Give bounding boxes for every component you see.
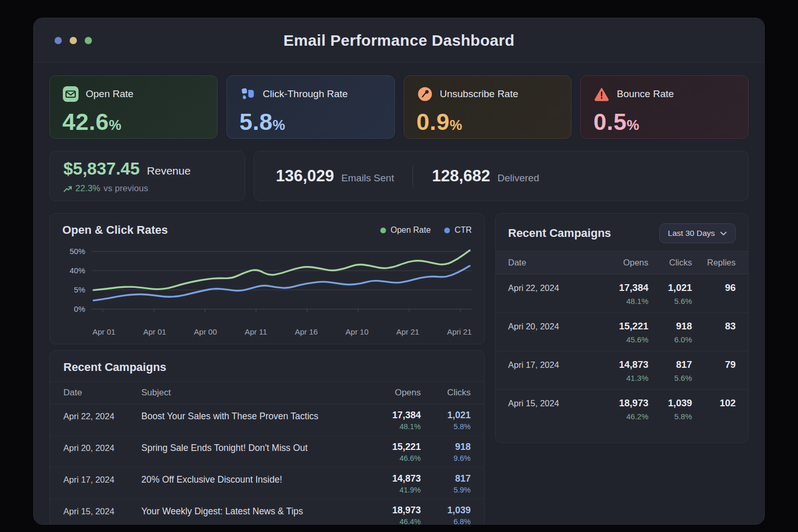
revenue-delta-caption: vs previous (103, 183, 148, 194)
revenue-label: Revenue (147, 165, 191, 177)
kpi-value: 0.9% (417, 109, 559, 136)
kpi-value: 5.8% (240, 109, 382, 136)
table-row[interactable]: Apri 20, 2024 Spring Sale Ends Tonight! … (50, 436, 484, 468)
recent-campaigns-panel: Recent Campaigns Last 30 Days Date Opens… (495, 213, 749, 443)
revenue-delta: 22.3% (75, 183, 100, 194)
line-chart: 50% 40% 5% 0% (91, 244, 472, 322)
open-click-rates-panel: Open & Click Rates Open Rate CTR (49, 213, 485, 344)
y-tick-label: 5% (60, 285, 85, 295)
emails-sent-label: Emails Sent (341, 172, 394, 184)
app-window: Email Performance Dashboard Open Rate 42… (33, 18, 765, 525)
chart-title: Open & Click Rates (62, 223, 168, 237)
kpi-card-click-through-rate: Click-Through Rate 5.8% (227, 75, 395, 139)
chevron-down-icon (720, 231, 727, 236)
emails-sent-value: 136,029 (276, 167, 334, 185)
campaigns-table-panel: Recent Campaigns Date Subject Opens Clic… (49, 350, 485, 525)
title-bar: Email Performance Dashboard (34, 18, 764, 63)
volume-card: 136,029 Emails Sent 128,682 Delivered (254, 151, 749, 201)
stat-divider (413, 165, 413, 187)
kpi-value: 0.5% (593, 109, 736, 136)
left-column: Open & Click Rates Open Rate CTR (49, 213, 485, 525)
table-row[interactable]: Apri 17, 2024 20% Off Exclusive Discount… (50, 468, 484, 499)
kpi-label: Open Rate (86, 88, 134, 100)
y-tick-label: 50% (60, 247, 85, 256)
kpi-label: Click-Through Rate (263, 88, 348, 100)
revenue-amount: $5,837.45 (63, 159, 140, 179)
delivered-stat: 128,682 Delivered (432, 167, 539, 185)
table-row[interactable]: Apri 15, 2024 Your Weekly Digest: Latest… (50, 499, 484, 525)
delivered-label: Delivered (498, 172, 539, 184)
table-row[interactable]: Apri 22, 2024 Boost Your Sales with Thes… (50, 404, 484, 436)
table-row[interactable]: Apri 15, 2024 18,97346.2% 1,0395.8% 102 (496, 390, 748, 428)
chart-legend: Open Rate CTR (380, 225, 472, 235)
kpi-row: Open Rate 42.6% Click-Through Rate 5.8% (49, 75, 749, 139)
delivered-value: 128,682 (432, 167, 490, 185)
legend-item-ctr[interactable]: CTR (444, 225, 472, 235)
kpi-card-unsubscribe-rate: Unsubscribe Rate 0.9% (404, 75, 572, 139)
dashboard-content: Open Rate 42.6% Click-Through Rate 5.8% (34, 63, 764, 525)
summary-row: $5,837.45 Revenue 22.3% vs previous 136,… (49, 151, 749, 201)
window-dot-green[interactable] (85, 37, 92, 44)
trending-up-icon (63, 185, 72, 193)
date-range-dropdown[interactable]: Last 30 Days (659, 223, 736, 243)
table-row[interactable]: Apri 20, 2024 15,22145.6% 9186.0% 83 (496, 313, 748, 351)
x-axis-labels: Apr 01Apr 01 Apr 00Apr 11 Apr 16Apr 10 A… (91, 327, 472, 336)
y-tick-label: 0% (60, 304, 85, 314)
legend-dot-blue (444, 228, 450, 233)
circle-slash-icon (417, 86, 433, 102)
kpi-value: 42.6% (62, 109, 205, 136)
emails-sent-stat: 136,029 Emails Sent (276, 167, 394, 185)
line-chart-svg (91, 244, 472, 322)
click-icon (240, 86, 256, 102)
recent-campaigns-title: Recent Campaigns (508, 227, 611, 240)
table-row[interactable]: Apri 17, 2024 14,87341.3% 8175.6% 79 (496, 351, 748, 390)
window-dot-blue[interactable] (55, 37, 62, 44)
legend-item-open-rate[interactable]: Open Rate (380, 225, 431, 235)
kpi-label: Unsubscribe Rate (440, 88, 518, 100)
warning-icon (593, 86, 610, 102)
envelope-icon (62, 86, 79, 102)
kpi-label: Bounce Rate (617, 88, 674, 100)
window-controls (55, 37, 92, 44)
table-row[interactable]: Apri 22, 2024 17,38448.1% 1,0215.6% 96 (496, 274, 748, 313)
legend-dot-green (380, 228, 386, 233)
kpi-card-open-rate: Open Rate 42.6% (49, 75, 218, 139)
page-title: Email Performance Dashboard (284, 32, 515, 49)
y-tick-label: 40% (60, 266, 85, 275)
window-dot-tan[interactable] (70, 37, 77, 44)
kpi-card-bounce-rate: Bounce Rate 0.5% (580, 75, 749, 139)
recent-campaigns-header: Date Opens Clicks Replies (496, 251, 748, 274)
campaigns-table-title: Recent Campaigns (63, 361, 471, 374)
campaigns-table-header: Date Subject Opens Clicks (50, 381, 484, 404)
revenue-card: $5,837.45 Revenue 22.3% vs previous (49, 151, 245, 201)
